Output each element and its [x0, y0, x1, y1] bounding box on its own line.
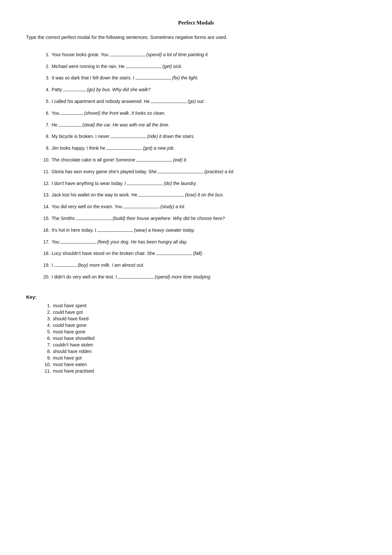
question-before: Jim looks happy. I think he — [52, 144, 105, 152]
question-before: Gloria has won every game she's played t… — [52, 168, 156, 176]
question-before: Jack lost his wallet on the way to work.… — [52, 191, 137, 199]
question-hint: (spend) a lot of time painting it. — [146, 51, 209, 59]
question-item: 4.Patty (go) by bus. Why did she walk? — [39, 85, 366, 94]
question-item: 18.Lucy shouldn't have stood on the brok… — [39, 249, 366, 258]
question-before: You — [52, 109, 59, 117]
question-text: I called his apartment and nobody answer… — [52, 97, 205, 106]
question-item: 16.It's hot in here today. I (wear) a he… — [39, 226, 366, 234]
question-before: I — [52, 261, 53, 269]
key-item-answer: could have gone — [53, 323, 87, 328]
key-item-number: 8. — [42, 349, 51, 354]
answer-blank[interactable] — [106, 144, 142, 150]
answer-blank[interactable] — [60, 109, 83, 115]
question-hint: (go) out. — [188, 98, 204, 106]
question-text: It's hot in here today. I (wear) a heavy… — [52, 226, 195, 234]
key-item-answer: must have eaten — [53, 362, 87, 367]
question-hint: (feed) your dog. He has been hungry all … — [97, 238, 188, 246]
question-text: I don't have anything to wear today. I (… — [52, 179, 197, 188]
question-number: 9. — [39, 144, 50, 152]
key-item-number: 10. — [42, 362, 51, 367]
key-item-answer: couldn't have stolen — [53, 342, 93, 347]
answer-blank[interactable] — [63, 85, 86, 91]
question-item: 9.Jim looks happy. I think he (got) a ne… — [39, 144, 366, 152]
key-item-number: 9. — [42, 355, 51, 361]
question-hint: (got) a new job. — [143, 144, 175, 152]
key-item: 1.must have spent — [42, 303, 366, 308]
question-hint: (wear) a heavy sweater today. — [134, 227, 195, 234]
question-item: 5.I called his apartment and nobody answ… — [39, 97, 366, 106]
question-before: You — [52, 238, 59, 246]
question-hint: (steal) the car. He was with me all the … — [82, 121, 170, 129]
answer-blank[interactable] — [151, 97, 187, 103]
question-number: 17. — [39, 238, 50, 246]
question-hint: (go) by bus. Why did she walk? — [87, 86, 151, 94]
key-item: 11.must have practised — [42, 368, 366, 374]
key-item-answer: should have fixed — [53, 316, 89, 321]
answer-blank[interactable] — [97, 226, 133, 232]
answer-blank[interactable] — [109, 50, 145, 56]
question-item: 6.You (shovel) the front walk. It looks … — [39, 109, 366, 117]
question-hint: (practise) a lot. — [204, 168, 235, 176]
question-number: 14. — [39, 203, 50, 211]
question-number: 7. — [39, 121, 50, 129]
answer-blank[interactable] — [125, 62, 161, 68]
key-item: 10.must have eaten — [42, 362, 366, 367]
question-number: 5. — [39, 98, 50, 106]
answer-blank[interactable] — [135, 74, 171, 79]
question-text: Jim looks happy. I think he (got) a new … — [52, 144, 174, 152]
question-number: 10. — [39, 156, 50, 164]
key-item-answer: should have ridden — [53, 349, 91, 354]
question-hint: (do) the laundry. — [164, 180, 197, 188]
question-before: Michael went running in the rain. He — [52, 63, 124, 71]
instructions: Type the correct perfect modal for the f… — [26, 34, 366, 41]
question-number: 11. — [39, 168, 50, 176]
question-item: 2.Michael went running in the rain. He (… — [39, 62, 366, 71]
question-before: I don't have anything to wear today. I — [52, 180, 126, 188]
question-before: You did very well on the exam. You — [52, 203, 122, 211]
question-hint: (fix) the light. — [172, 74, 198, 82]
question-text: I (buy) more milk. I am almost out. — [52, 261, 144, 269]
question-number: 18. — [39, 250, 50, 258]
question-item: 8.My bicycle is broken. I never (ride) i… — [39, 132, 366, 141]
question-text: I didn't do very well on the test. I (sp… — [52, 273, 211, 281]
answer-blank[interactable] — [54, 261, 77, 267]
question-before: Patty — [52, 86, 62, 94]
question-text: You (shovel) the front walk. It looks so… — [52, 109, 166, 117]
answer-blank[interactable] — [136, 156, 172, 161]
answer-blank[interactable] — [118, 273, 154, 278]
key-item: 9.must have got — [42, 355, 366, 361]
question-before: Lucy shouldn't have stood on the broken … — [52, 250, 155, 258]
answer-blank[interactable] — [123, 202, 159, 208]
question-hint: (ride) it down the stairs. — [147, 133, 195, 141]
question-item: 13.Jack lost his wallet on the way to wo… — [39, 191, 366, 199]
question-before: I didn't do very well on the test. I — [52, 273, 117, 281]
question-text: You (feed) your dog. He has been hungry … — [52, 238, 188, 246]
question-text: He (steal) the car. He was with me all t… — [52, 121, 170, 129]
question-number: 6. — [39, 109, 50, 117]
question-item: 14.You did very well on the exam. You (s… — [39, 202, 366, 211]
question-hint: (spend) more time studying. — [155, 273, 212, 281]
question-item: 7.He (steal) the car. He was with me all… — [39, 121, 366, 129]
answer-blank[interactable] — [157, 167, 203, 173]
question-number: 1. — [39, 51, 50, 59]
key-item-number: 4. — [42, 323, 51, 328]
answer-blank[interactable] — [76, 214, 112, 220]
question-before: I called his apartment and nobody answer… — [52, 98, 150, 106]
key-item-number: 6. — [42, 336, 51, 341]
question-number: 3. — [39, 74, 50, 82]
question-text: The Smiths (build) their house anywhere.… — [52, 214, 225, 223]
question-text: My bicycle is broken. I never (ride) it … — [52, 132, 195, 141]
answer-blank[interactable] — [110, 132, 146, 138]
question-number: 13. — [39, 191, 50, 199]
question-text: It was so dark that I fell down the stai… — [52, 74, 198, 82]
question-before: My bicycle is broken. I never — [52, 133, 109, 141]
question-number: 4. — [39, 86, 50, 94]
question-before: The Smiths — [52, 215, 75, 223]
answer-blank[interactable] — [127, 179, 163, 185]
question-number: 16. — [39, 227, 50, 234]
answer-blank[interactable] — [60, 238, 96, 244]
answer-blank[interactable] — [138, 191, 184, 196]
answer-blank[interactable] — [58, 121, 81, 126]
answer-blank[interactable] — [156, 249, 192, 255]
key-item-answer: could have got — [53, 310, 83, 315]
